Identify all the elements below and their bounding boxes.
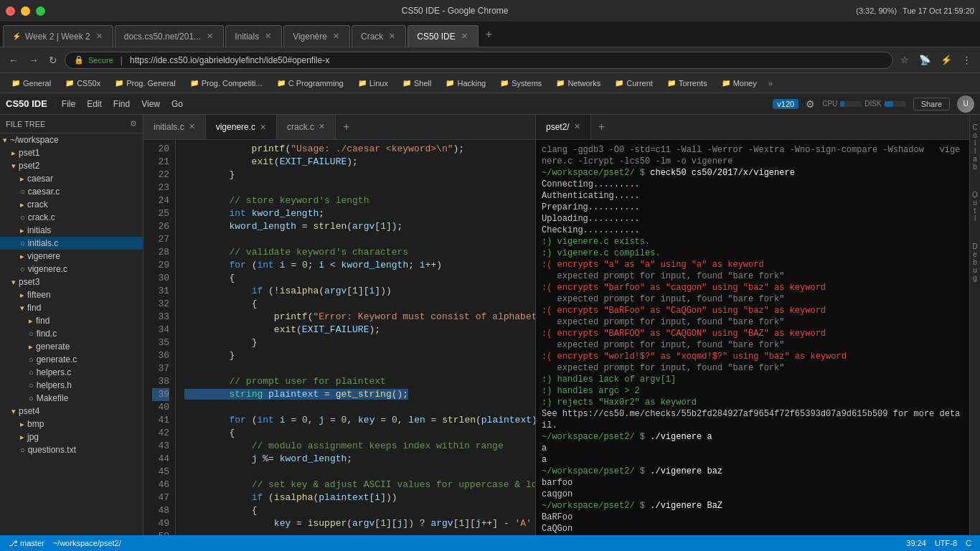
close-button[interactable] xyxy=(6,6,15,16)
tree-item-find[interactable]: ▾ find xyxy=(0,301,143,314)
file-tree-actions[interactable]: ⚙ xyxy=(130,119,137,128)
editor-tab-vigenere-c[interactable]: vigenere.c ✕ xyxy=(206,115,277,139)
tree-item-makefile[interactable]: ○ Makefile xyxy=(0,392,143,405)
file-icon: ○ xyxy=(29,381,34,390)
tree-item-vigenere-folder[interactable]: ▸ vigenere xyxy=(0,250,143,263)
browser-tab-crack[interactable]: Crack ✕ xyxy=(352,25,406,47)
file-tree-header: FILE TREE ⚙ xyxy=(0,115,143,133)
debugger-panel-icon[interactable]: Debug xyxy=(972,240,977,285)
extensions-button[interactable]: ⚡ xyxy=(938,53,955,67)
browser-tab-initials[interactable]: Initials ✕ xyxy=(225,25,282,47)
editor-tab-close[interactable]: ✕ xyxy=(319,122,325,131)
terminal-content[interactable]: clang -ggdb3 -O0 -std=c11 -Wall -Werror … xyxy=(536,140,969,535)
forward-button[interactable]: → xyxy=(26,52,42,69)
tree-item-initials-c[interactable]: ○ initials.c xyxy=(0,237,143,250)
tab-close-initials[interactable]: ✕ xyxy=(263,32,273,41)
tree-item-generate-folder[interactable]: ▸ generate xyxy=(0,340,143,353)
bookmark-linux[interactable]: 📁 Linux xyxy=(352,77,394,89)
editor-tab-add-button[interactable]: + xyxy=(336,118,357,136)
browser-tab-docs[interactable]: docs.cs50.net/201... ✕ xyxy=(115,25,224,47)
browser-tab-vigenere[interactable]: Vigenère ✕ xyxy=(283,25,350,47)
terminal-line: CaQGon xyxy=(542,523,963,534)
terminal-tab-close[interactable]: ✕ xyxy=(574,122,580,131)
tree-item-caesar[interactable]: ▸ caesar xyxy=(0,172,143,185)
ide-menu-edit[interactable]: Edit xyxy=(84,99,105,109)
tree-item-pset3[interactable]: ▾ pset3 xyxy=(0,276,143,288)
tree-item-fifteen[interactable]: ▸ fifteen xyxy=(0,288,143,301)
bookmark-cs50x[interactable]: 📁 CS50x xyxy=(60,77,106,89)
code-content[interactable]: printf("Usage: ./caesar <keyword>\n"); e… xyxy=(176,140,535,535)
bookmark-money[interactable]: 📁 Money xyxy=(716,77,763,89)
minimize-button[interactable] xyxy=(21,6,30,16)
tree-item-generate-c[interactable]: ○ generate.c xyxy=(0,353,143,366)
new-tab-button[interactable]: + xyxy=(480,25,498,44)
cast-button[interactable]: 📡 xyxy=(916,53,933,67)
back-button[interactable]: ← xyxy=(6,52,22,69)
ide-menu-view[interactable]: View xyxy=(138,99,163,109)
terminal-line: Checking........... xyxy=(542,225,963,236)
tab-close-docs[interactable]: ✕ xyxy=(205,32,215,41)
ide-menu-find[interactable]: Find xyxy=(110,99,133,109)
bookmark-networks[interactable]: 📁 Networks xyxy=(550,77,606,89)
bookmarks-more[interactable]: » xyxy=(768,79,773,88)
maximize-button[interactable] xyxy=(36,6,45,16)
outline-panel-icon[interactable]: Outl xyxy=(972,188,978,225)
tree-item-find2[interactable]: ▸ find xyxy=(0,314,143,327)
terminal-panel: pset2/ ✕ + clang -ggdb3 -O0 -std=c11 -Wa… xyxy=(535,115,969,535)
editor-tab-close[interactable]: ✕ xyxy=(189,122,195,131)
editor-tab-initials-c[interactable]: initials.c ✕ xyxy=(143,115,206,139)
tree-item-crack-c[interactable]: ○ crack.c xyxy=(0,211,143,224)
bookmark-torrents[interactable]: 📁 Torrents xyxy=(661,77,713,89)
secure-icon: 🔒 xyxy=(74,55,84,65)
tree-item-initials-folder[interactable]: ▸ initials xyxy=(0,224,143,237)
terminal-tab-add-button[interactable]: + xyxy=(591,118,612,136)
tab-close-vigenere[interactable]: ✕ xyxy=(331,32,341,41)
browser-tab-cs50ide[interactable]: CS50 IDE ✕ xyxy=(407,25,478,47)
url-bar[interactable]: 🔒 Secure | https://ide.cs50.io/gabrieldo… xyxy=(65,52,893,69)
tab-close-week2[interactable]: ✕ xyxy=(95,32,104,41)
window-controls[interactable] xyxy=(6,6,45,16)
tab-close-cs50ide[interactable]: ✕ xyxy=(460,32,469,41)
bookmark-button[interactable]: ☆ xyxy=(897,53,912,67)
menu-button[interactable]: ⋮ xyxy=(959,53,974,67)
bookmark-prog-competiti[interactable]: 📁 Prog. Competiti... xyxy=(184,77,268,89)
tree-item-crack-folder[interactable]: ▸ crack xyxy=(0,198,143,211)
tree-item-caesar-c[interactable]: ○ caesar.c xyxy=(0,185,143,198)
git-branch: ⎇ master xyxy=(9,539,44,548)
tree-item-bmp[interactable]: ▸ bmp xyxy=(0,418,143,430)
editor-tab-close[interactable]: ✕ xyxy=(260,123,266,132)
bookmark-label: Shell xyxy=(414,79,431,88)
bookmark-hacking[interactable]: 📁 Hacking xyxy=(440,77,491,89)
tree-item-find-c[interactable]: ○ find.c xyxy=(0,327,143,340)
tree-item-jpg[interactable]: ▸ jpg xyxy=(0,430,143,443)
tree-item-pset1[interactable]: ▸ pset1 xyxy=(0,146,143,159)
collaborate-panel-icon[interactable]: Collab xyxy=(972,121,977,174)
tree-item-pset2[interactable]: ▾ pset2 xyxy=(0,159,143,172)
bookmark-prog-general[interactable]: 📁 Prog. General xyxy=(109,77,181,89)
folder-open-icon: ▾ xyxy=(11,407,16,416)
ide-menu-go[interactable]: Go xyxy=(169,99,186,109)
tree-item-helpers-h[interactable]: ○ helpers.h xyxy=(0,379,143,392)
bookmark-label: Linux xyxy=(369,79,388,88)
tab-close-crack[interactable]: ✕ xyxy=(387,32,397,41)
ide-menu-file[interactable]: File xyxy=(59,99,78,109)
bookmark-shell[interactable]: 📁 Shell xyxy=(397,77,437,89)
tree-item-vigenere-c[interactable]: ○ vigenere.c xyxy=(0,263,143,276)
tree-item-helpers-c[interactable]: ○ helpers.c xyxy=(0,366,143,379)
browser-tab-week2[interactable]: ⚡ Week 2 | Week 2 ✕ xyxy=(3,25,113,47)
editor-tab-crack-c[interactable]: crack.c ✕ xyxy=(277,115,336,139)
reload-button[interactable]: ↻ xyxy=(46,52,60,69)
bookmark-c-programming[interactable]: 📁 C Programming xyxy=(271,77,349,89)
tree-item-workspace[interactable]: ▾ ~/workspace xyxy=(0,133,143,146)
bookmark-current[interactable]: 📁 Current xyxy=(609,77,659,89)
code-editor[interactable]: 2021222324 2526272829 3031323334 3536373… xyxy=(143,140,535,535)
navigation-bar: ← → ↻ 🔒 Secure | https://ide.cs50.io/gab… xyxy=(0,47,980,73)
bookmark-systems[interactable]: 📁 Systems xyxy=(494,77,547,89)
share-button[interactable]: Share xyxy=(913,98,950,110)
settings-icon[interactable]: ⚙ xyxy=(806,98,815,110)
tree-item-pset4[interactable]: ▾ pset4 xyxy=(0,405,143,418)
tree-item-questions-txt[interactable]: ○ questions.txt xyxy=(0,443,143,456)
bookmark-general[interactable]: 📁 General xyxy=(6,77,57,89)
terminal-tab-pset2[interactable]: pset2/ ✕ xyxy=(536,115,591,139)
terminal-line: :) vigenere.c exists. xyxy=(542,236,963,248)
